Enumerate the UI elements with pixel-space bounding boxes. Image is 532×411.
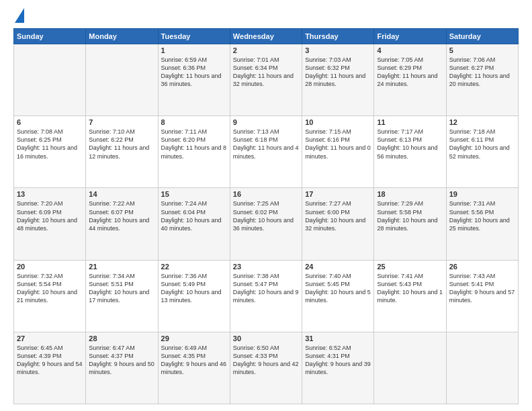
day-number: 11 bbox=[377, 118, 443, 126]
calendar-cell: 10Sunrise: 7:15 AM Sunset: 6:16 PM Dayli… bbox=[302, 116, 374, 188]
calendar-cell: 18Sunrise: 7:29 AM Sunset: 5:58 PM Dayli… bbox=[374, 188, 446, 260]
calendar-cell: 28Sunrise: 6:47 AM Sunset: 4:37 PM Dayli… bbox=[86, 332, 158, 404]
day-number: 15 bbox=[161, 190, 227, 198]
day-number: 9 bbox=[233, 118, 299, 126]
calendar-cell: 3Sunrise: 7:03 AM Sunset: 6:32 PM Daylig… bbox=[302, 44, 374, 116]
day-info: Sunrise: 6:49 AM Sunset: 4:35 PM Dayligh… bbox=[161, 344, 227, 377]
calendar-cell: 16Sunrise: 7:25 AM Sunset: 6:02 PM Dayli… bbox=[230, 188, 302, 260]
calendar-cell bbox=[446, 332, 518, 404]
weekday-header-tuesday: Tuesday bbox=[158, 29, 230, 44]
day-number: 19 bbox=[449, 190, 515, 198]
day-info: Sunrise: 7:32 AM Sunset: 5:54 PM Dayligh… bbox=[17, 272, 83, 305]
day-info: Sunrise: 6:52 AM Sunset: 4:31 PM Dayligh… bbox=[305, 344, 371, 377]
day-number: 10 bbox=[305, 118, 371, 126]
calendar-cell: 20Sunrise: 7:32 AM Sunset: 5:54 PM Dayli… bbox=[14, 260, 86, 332]
day-number: 31 bbox=[305, 334, 371, 342]
calendar-cell: 29Sunrise: 6:49 AM Sunset: 4:35 PM Dayli… bbox=[158, 332, 230, 404]
day-number: 2 bbox=[233, 46, 299, 54]
week-row-3: 13Sunrise: 7:20 AM Sunset: 6:09 PM Dayli… bbox=[14, 188, 519, 260]
day-number: 26 bbox=[449, 263, 515, 271]
day-info: Sunrise: 6:47 AM Sunset: 4:37 PM Dayligh… bbox=[89, 344, 154, 377]
day-number: 12 bbox=[449, 118, 515, 126]
weekday-header-monday: Monday bbox=[86, 29, 158, 44]
calendar-cell: 26Sunrise: 7:43 AM Sunset: 5:41 PM Dayli… bbox=[446, 260, 518, 332]
day-info: Sunrise: 7:34 AM Sunset: 5:51 PM Dayligh… bbox=[89, 272, 154, 305]
day-number: 27 bbox=[17, 334, 83, 342]
day-number: 17 bbox=[305, 190, 371, 198]
calendar-cell: 21Sunrise: 7:34 AM Sunset: 5:51 PM Dayli… bbox=[86, 260, 158, 332]
day-number: 22 bbox=[161, 263, 227, 271]
weekday-header-wednesday: Wednesday bbox=[230, 29, 302, 44]
day-info: Sunrise: 7:38 AM Sunset: 5:47 PM Dayligh… bbox=[233, 272, 299, 305]
calendar-cell: 23Sunrise: 7:38 AM Sunset: 5:47 PM Dayli… bbox=[230, 260, 302, 332]
day-info: Sunrise: 7:18 AM Sunset: 6:11 PM Dayligh… bbox=[449, 128, 515, 161]
day-info: Sunrise: 7:41 AM Sunset: 5:43 PM Dayligh… bbox=[377, 272, 443, 305]
calendar-cell bbox=[374, 332, 446, 404]
day-number: 4 bbox=[377, 46, 443, 54]
day-number: 21 bbox=[89, 263, 154, 271]
calendar-cell: 4Sunrise: 7:05 AM Sunset: 6:29 PM Daylig… bbox=[374, 44, 446, 116]
day-number: 30 bbox=[233, 334, 299, 342]
logo bbox=[13, 11, 24, 23]
calendar-cell bbox=[86, 44, 158, 116]
day-info: Sunrise: 7:25 AM Sunset: 6:02 PM Dayligh… bbox=[233, 199, 299, 232]
day-info: Sunrise: 7:11 AM Sunset: 6:20 PM Dayligh… bbox=[161, 128, 227, 161]
calendar-cell: 22Sunrise: 7:36 AM Sunset: 5:49 PM Dayli… bbox=[158, 260, 230, 332]
day-info: Sunrise: 7:43 AM Sunset: 5:41 PM Dayligh… bbox=[449, 272, 515, 305]
calendar-header: SundayMondayTuesdayWednesdayThursdayFrid… bbox=[14, 29, 519, 44]
weekday-header-friday: Friday bbox=[374, 29, 446, 44]
day-info: Sunrise: 7:36 AM Sunset: 5:49 PM Dayligh… bbox=[161, 272, 227, 305]
calendar-cell: 19Sunrise: 7:31 AM Sunset: 5:56 PM Dayli… bbox=[446, 188, 518, 260]
day-number: 28 bbox=[89, 334, 154, 342]
calendar-cell: 30Sunrise: 6:50 AM Sunset: 4:33 PM Dayli… bbox=[230, 332, 302, 404]
day-info: Sunrise: 7:13 AM Sunset: 6:18 PM Dayligh… bbox=[233, 128, 299, 161]
calendar-cell: 25Sunrise: 7:41 AM Sunset: 5:43 PM Dayli… bbox=[374, 260, 446, 332]
calendar-cell: 8Sunrise: 7:11 AM Sunset: 6:20 PM Daylig… bbox=[158, 116, 230, 188]
calendar-cell: 2Sunrise: 7:01 AM Sunset: 6:34 PM Daylig… bbox=[230, 44, 302, 116]
day-number: 5 bbox=[449, 46, 515, 54]
day-number: 20 bbox=[17, 263, 83, 271]
day-number: 3 bbox=[305, 46, 371, 54]
calendar-cell: 13Sunrise: 7:20 AM Sunset: 6:09 PM Dayli… bbox=[14, 188, 86, 260]
calendar-cell: 27Sunrise: 6:45 AM Sunset: 4:39 PM Dayli… bbox=[14, 332, 86, 404]
day-number: 6 bbox=[17, 118, 83, 126]
day-info: Sunrise: 6:59 AM Sunset: 6:36 PM Dayligh… bbox=[161, 56, 227, 89]
day-info: Sunrise: 7:15 AM Sunset: 6:16 PM Dayligh… bbox=[305, 128, 371, 161]
day-info: Sunrise: 7:24 AM Sunset: 6:04 PM Dayligh… bbox=[161, 199, 227, 232]
weekday-header-saturday: Saturday bbox=[446, 29, 518, 44]
day-number: 1 bbox=[161, 46, 227, 54]
day-number: 25 bbox=[377, 263, 443, 271]
weekday-row: SundayMondayTuesdayWednesdayThursdayFrid… bbox=[14, 29, 519, 44]
calendar-body: 1Sunrise: 6:59 AM Sunset: 6:36 PM Daylig… bbox=[14, 44, 519, 404]
calendar-cell: 5Sunrise: 7:06 AM Sunset: 6:27 PM Daylig… bbox=[446, 44, 518, 116]
calendar-cell: 31Sunrise: 6:52 AM Sunset: 4:31 PM Dayli… bbox=[302, 332, 374, 404]
week-row-1: 1Sunrise: 6:59 AM Sunset: 6:36 PM Daylig… bbox=[14, 44, 519, 116]
day-number: 16 bbox=[233, 190, 299, 198]
calendar-cell: 1Sunrise: 6:59 AM Sunset: 6:36 PM Daylig… bbox=[158, 44, 230, 116]
day-number: 24 bbox=[305, 263, 371, 271]
day-number: 14 bbox=[89, 190, 154, 198]
calendar-cell: 9Sunrise: 7:13 AM Sunset: 6:18 PM Daylig… bbox=[230, 116, 302, 188]
day-info: Sunrise: 7:31 AM Sunset: 5:56 PM Dayligh… bbox=[449, 199, 515, 232]
day-info: Sunrise: 7:10 AM Sunset: 6:22 PM Dayligh… bbox=[89, 128, 154, 161]
day-info: Sunrise: 7:17 AM Sunset: 6:13 PM Dayligh… bbox=[377, 128, 443, 161]
day-info: Sunrise: 7:08 AM Sunset: 6:25 PM Dayligh… bbox=[17, 128, 83, 161]
calendar-cell: 14Sunrise: 7:22 AM Sunset: 6:07 PM Dayli… bbox=[86, 188, 158, 260]
week-row-4: 20Sunrise: 7:32 AM Sunset: 5:54 PM Dayli… bbox=[14, 260, 519, 332]
day-info: Sunrise: 7:40 AM Sunset: 5:45 PM Dayligh… bbox=[305, 272, 371, 305]
calendar-cell: 11Sunrise: 7:17 AM Sunset: 6:13 PM Dayli… bbox=[374, 116, 446, 188]
day-info: Sunrise: 6:45 AM Sunset: 4:39 PM Dayligh… bbox=[17, 344, 83, 377]
calendar-table: SundayMondayTuesdayWednesdayThursdayFrid… bbox=[13, 28, 519, 404]
day-info: Sunrise: 7:20 AM Sunset: 6:09 PM Dayligh… bbox=[17, 199, 83, 232]
day-number: 7 bbox=[89, 118, 154, 126]
day-info: Sunrise: 7:22 AM Sunset: 6:07 PM Dayligh… bbox=[89, 199, 154, 232]
logo-triangle-icon bbox=[15, 8, 24, 23]
calendar-cell: 7Sunrise: 7:10 AM Sunset: 6:22 PM Daylig… bbox=[86, 116, 158, 188]
day-info: Sunrise: 7:03 AM Sunset: 6:32 PM Dayligh… bbox=[305, 56, 371, 89]
day-info: Sunrise: 7:06 AM Sunset: 6:27 PM Dayligh… bbox=[449, 56, 515, 89]
day-info: Sunrise: 7:05 AM Sunset: 6:29 PM Dayligh… bbox=[377, 56, 443, 89]
calendar-cell: 24Sunrise: 7:40 AM Sunset: 5:45 PM Dayli… bbox=[302, 260, 374, 332]
day-number: 23 bbox=[233, 263, 299, 271]
day-info: Sunrise: 7:01 AM Sunset: 6:34 PM Dayligh… bbox=[233, 56, 299, 89]
day-number: 13 bbox=[17, 190, 83, 198]
